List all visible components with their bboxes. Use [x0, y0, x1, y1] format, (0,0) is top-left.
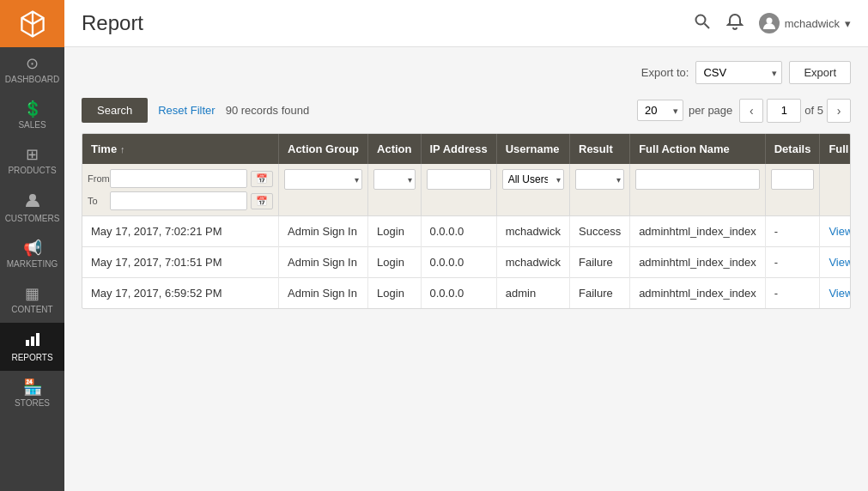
- svg-line-5: [704, 23, 709, 28]
- marketing-icon: 📢: [23, 240, 42, 256]
- header-right: mchadwick ▾: [694, 13, 851, 34]
- cell-ip: 0.0.0.0: [421, 247, 496, 278]
- cell-full-details: View: [820, 278, 851, 309]
- filter-full-details: [820, 164, 851, 216]
- cell-action: Login: [368, 247, 421, 278]
- col-time[interactable]: Time ↑: [82, 134, 279, 164]
- action-group-filter-select[interactable]: [284, 169, 362, 190]
- products-icon: ⊞: [26, 147, 39, 162]
- customers-icon: [25, 192, 40, 210]
- cell-result: Success: [570, 216, 630, 247]
- svg-rect-1: [26, 340, 29, 346]
- view-link[interactable]: View: [829, 256, 851, 269]
- table-row: May 17, 2017, 7:01:51 PM Admin Sign In L…: [82, 247, 851, 278]
- sidebar-item-sales[interactable]: 💲 SALES: [0, 93, 64, 138]
- col-full-details: Full Details: [820, 134, 851, 164]
- date-from-input[interactable]: [110, 169, 247, 188]
- view-link[interactable]: View: [829, 287, 851, 300]
- date-filter: From 📅 To 📅: [88, 169, 273, 210]
- export-button[interactable]: Export: [789, 61, 851, 84]
- date-to-row: To 📅: [88, 191, 273, 210]
- col-username: Username: [496, 134, 569, 164]
- page-number-input[interactable]: [767, 99, 801, 123]
- cell-full-action: adminhtml_index_index: [630, 247, 766, 278]
- svg-point-4: [695, 15, 705, 24]
- ip-filter-input[interactable]: [427, 169, 491, 190]
- reports-icon: [25, 331, 40, 349]
- export-format-select[interactable]: CSV XML Excel XML: [695, 61, 782, 84]
- user-menu[interactable]: mchadwick ▾: [759, 13, 851, 33]
- col-result: Result: [570, 134, 630, 164]
- sidebar-item-label: PRODUCTS: [8, 166, 56, 175]
- sidebar-item-products[interactable]: ⊞ PRODUCTS: [0, 138, 64, 184]
- sidebar-item-stores[interactable]: 🏪 STORES: [0, 371, 64, 416]
- date-from-row: From 📅: [88, 169, 273, 188]
- action-filter-select[interactable]: [373, 169, 415, 190]
- sidebar-item-marketing[interactable]: 📢 MARKETING: [0, 232, 64, 277]
- sales-icon: 💲: [23, 101, 42, 117]
- prev-page-button[interactable]: ‹: [739, 99, 763, 123]
- avatar: [759, 13, 780, 33]
- filter-ip: [421, 164, 496, 216]
- chevron-down-icon: ▾: [845, 17, 851, 30]
- page-content: Export to: CSV XML Excel XML Export Sear…: [64, 47, 868, 491]
- cell-full-action: adminhtml_index_index: [630, 216, 766, 247]
- svg-rect-2: [31, 336, 34, 346]
- filter-result: [570, 164, 630, 216]
- cell-action-group: Admin Sign In: [279, 278, 368, 309]
- calendar-from-button[interactable]: 📅: [251, 171, 273, 187]
- sort-icon: ↑: [120, 144, 125, 155]
- svg-point-6: [766, 18, 772, 24]
- date-to-input[interactable]: [110, 191, 247, 210]
- cell-details: -: [765, 216, 820, 247]
- result-filter-select[interactable]: [575, 169, 624, 190]
- action-filter-wrapper: [373, 169, 415, 190]
- date-to-label: To: [88, 196, 106, 206]
- col-details: Details: [765, 134, 820, 164]
- username-label: mchadwick: [785, 17, 840, 30]
- main-content: Report mchadwick ▾: [64, 0, 868, 491]
- sidebar-item-label: STORES: [15, 398, 50, 408]
- cell-full-details: View: [820, 247, 851, 278]
- page-total: of 5: [804, 104, 823, 117]
- per-page-select[interactable]: 20 30 50 100 200: [637, 100, 683, 121]
- full-action-filter-input[interactable]: [635, 169, 760, 190]
- sidebar-item-label: CONTENT: [11, 305, 52, 314]
- calendar-to-button[interactable]: 📅: [251, 193, 273, 209]
- cell-result: Failure: [570, 278, 630, 309]
- cell-username: admin: [496, 278, 569, 309]
- next-page-button[interactable]: ›: [827, 99, 851, 123]
- sidebar-item-customers[interactable]: CUSTOMERS: [0, 184, 64, 232]
- search-button[interactable]: Search: [82, 98, 148, 123]
- toolbar-right: 20 30 50 100 200 per page ‹ of 5 ›: [637, 99, 851, 123]
- username-filter-select[interactable]: All Users mchadwick admin: [502, 169, 564, 190]
- sidebar-item-content[interactable]: ▦ CONTENT: [0, 277, 64, 323]
- table-row: May 17, 2017, 7:02:21 PM Admin Sign In L…: [82, 216, 851, 247]
- pagination: ‹ of 5 ›: [739, 99, 851, 123]
- filter-action-group: [279, 164, 368, 216]
- per-page-label: per page: [689, 104, 732, 117]
- reset-filter-button[interactable]: Reset Filter: [158, 104, 215, 117]
- cell-details: -: [765, 247, 820, 278]
- sidebar-item-reports[interactable]: REPORTS: [0, 323, 64, 371]
- filter-row: From 📅 To 📅: [82, 164, 851, 216]
- filter-full-action: [630, 164, 766, 216]
- notification-icon[interactable]: [726, 13, 744, 34]
- stores-icon: 🏪: [23, 379, 42, 395]
- cell-action-group: Admin Sign In: [279, 216, 368, 247]
- app-logo[interactable]: [0, 0, 64, 47]
- table-header-row: Time ↑ Action Group Action IP Address Us…: [82, 134, 851, 164]
- details-filter-input[interactable]: [771, 169, 815, 190]
- col-ip-address: IP Address: [421, 134, 496, 164]
- sidebar-item-dashboard[interactable]: ⊙ DASHBOARD: [0, 47, 64, 93]
- data-table-container: Time ↑ Action Group Action IP Address Us…: [82, 133, 851, 309]
- search-icon[interactable]: [694, 13, 711, 34]
- cell-time: May 17, 2017, 7:02:21 PM: [82, 216, 279, 247]
- svg-point-0: [29, 194, 36, 201]
- col-full-action-name: Full Action Name: [630, 134, 766, 164]
- cell-details: -: [765, 278, 820, 309]
- records-count: 90 records found: [226, 104, 310, 117]
- view-link[interactable]: View: [829, 225, 851, 238]
- content-icon: ▦: [25, 286, 39, 301]
- search-toolbar: Search Reset Filter 90 records found 20 …: [82, 98, 851, 123]
